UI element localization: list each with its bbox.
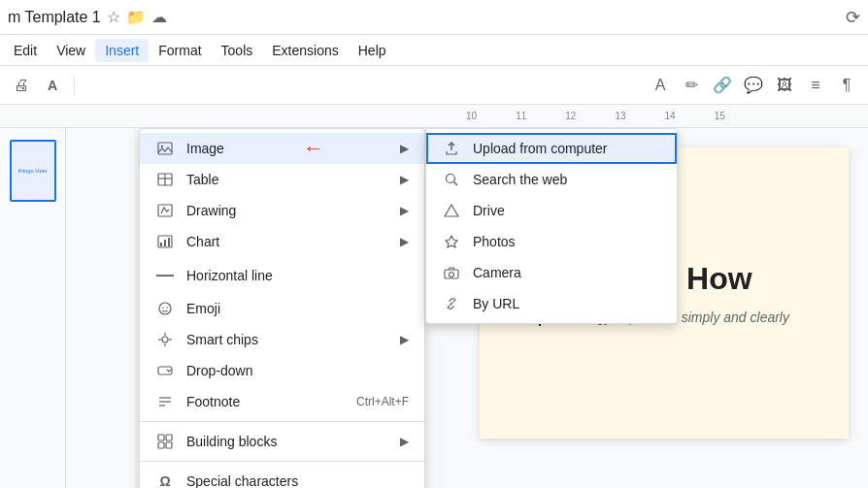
toolbar-right: A ✏ 🔗 💬 🖼 ≡ ¶ [647, 72, 860, 99]
toolbar-icon-6[interactable]: ≡ [802, 72, 829, 99]
ruler-mark-11: 11 [516, 111, 526, 121]
ruler: 10 11 12 13 14 15 [0, 105, 868, 128]
toolbar-icon-2[interactable]: ✏ [678, 72, 705, 99]
emoji-label: Emoji [186, 301, 409, 316]
toolbar-divider [74, 76, 75, 95]
web-label: Search the web [473, 172, 661, 187]
camera-label: Camera [473, 265, 661, 280]
url-label: By URL [473, 296, 661, 311]
toolbar-icon-3[interactable]: 🔗 [709, 72, 736, 99]
toolbar-icon-1[interactable]: A [647, 72, 674, 99]
menu-extensions[interactable]: Extensions [262, 39, 348, 62]
toolbar-icon-4[interactable]: 💬 [740, 72, 767, 99]
menu-row-image[interactable]: Image ▶ [140, 133, 424, 164]
svg-line-31 [451, 303, 453, 306]
image-arrow: ▶ [400, 142, 409, 155]
menu-row-buildingblocks[interactable]: Building blocks ▶ [140, 426, 424, 457]
menu-row-smartchips[interactable]: Smart chips ▶ [140, 324, 424, 355]
menu-row-drawing[interactable]: Drawing ▶ [140, 195, 424, 226]
submenu-row-web[interactable]: Search the web [426, 164, 677, 195]
menu-edit[interactable]: Edit [4, 39, 47, 62]
ruler-mark-10: 10 [466, 111, 477, 121]
doc-title-text: m Template 1 [8, 9, 101, 26]
submenu-row-camera[interactable]: Camera [426, 257, 677, 288]
emoji-icon [155, 301, 175, 316]
svg-rect-23 [166, 435, 172, 440]
folder-icon[interactable]: 📁 [126, 8, 146, 26]
menu-row-hline[interactable]: — Horizontal line [140, 257, 424, 293]
submenu-row-url[interactable]: By URL [426, 288, 677, 319]
drawing-arrow: ▶ [400, 204, 409, 217]
menu-tools[interactable]: Tools [212, 39, 263, 62]
ruler-mark-13: 13 [615, 111, 625, 121]
red-arrow-indicator: ← [303, 136, 324, 161]
drive-label: Drive [473, 203, 661, 218]
menu-row-emoji[interactable]: Emoji [140, 293, 424, 324]
menu-row-specialchars[interactable]: Ω Special characters [140, 466, 424, 488]
footnote-label: Footnote [186, 394, 356, 409]
buildingblocks-icon [155, 434, 175, 449]
chart-icon [155, 234, 175, 249]
toolbar-icon-5[interactable]: 🖼 [771, 72, 798, 99]
submenu-row-drive[interactable]: Drive [426, 195, 677, 226]
ruler-mark-15: 15 [715, 111, 725, 121]
menu-help[interactable]: Help [349, 39, 396, 62]
main-area: things How Things How Technology explain… [0, 128, 868, 488]
svg-point-12 [166, 307, 168, 309]
menu-view[interactable]: View [47, 39, 95, 62]
history-icon[interactable]: ⟳ [846, 7, 860, 28]
menu-insert[interactable]: Insert [95, 39, 149, 62]
toolbar: 🖨 A A ✏ 🔗 💬 🖼 ≡ ¶ [0, 66, 868, 105]
toolbar-icon-7[interactable]: ¶ [833, 72, 860, 99]
submenu-row-photos[interactable]: Photos [426, 226, 677, 257]
svg-rect-0 [158, 143, 172, 154]
sidebar: things How [0, 128, 66, 488]
svg-rect-7 [160, 243, 162, 246]
title-bar-icons: ☆ 📁 ☁ [107, 8, 167, 26]
cloud-icon[interactable]: ☁ [151, 8, 167, 26]
svg-point-10 [159, 303, 171, 314]
drawing-label: Drawing [186, 203, 396, 218]
hline-label: Horizontal line [186, 268, 409, 283]
svg-rect-24 [158, 442, 164, 448]
star-icon[interactable]: ☆ [107, 8, 120, 26]
table-label: Table [186, 172, 396, 187]
svg-rect-8 [164, 240, 166, 246]
table-icon [155, 172, 175, 187]
doc-area: Things How Technology explained, simply … [66, 128, 868, 488]
table-arrow: ▶ [400, 173, 409, 186]
buildingblocks-label: Building blocks [186, 434, 396, 449]
svg-rect-5 [158, 205, 172, 216]
font-btn[interactable]: A [39, 72, 66, 99]
url-icon [442, 296, 461, 311]
svg-rect-9 [168, 238, 170, 246]
svg-point-30 [450, 273, 454, 277]
menu-row-chart[interactable]: Chart ▶ [140, 226, 424, 257]
separator-2 [140, 461, 424, 462]
menu-row-table[interactable]: Table ▶ [140, 164, 424, 195]
footnote-shortcut: Ctrl+Alt+F [356, 395, 409, 408]
svg-rect-25 [166, 442, 172, 448]
svg-point-11 [162, 307, 164, 309]
svg-rect-22 [158, 435, 164, 440]
sidebar-thumbnail[interactable]: things How [10, 140, 56, 202]
menu-format[interactable]: Format [149, 39, 211, 62]
submenu-row-upload[interactable]: Upload from computer [426, 133, 677, 164]
ruler-mark-14: 14 [665, 111, 676, 121]
sidebar-thumb-label: things How [17, 166, 50, 176]
insert-dropdown: Image ▶ Table ▶ Drawing ▶ [139, 128, 425, 488]
smartchips-arrow: ▶ [400, 333, 409, 346]
svg-point-26 [447, 175, 455, 183]
image-submenu: Upload from computer Search the web Driv… [425, 128, 678, 324]
footnote-icon [155, 394, 175, 409]
dropdown-label: Drop-down [186, 363, 409, 378]
menu-row-dropdown[interactable]: Drop-down [140, 355, 424, 386]
photos-label: Photos [473, 234, 661, 249]
upload-icon [442, 141, 461, 156]
print-btn[interactable]: 🖨 [8, 72, 35, 99]
ruler-numbers: 10 11 12 13 14 15 [0, 105, 868, 127]
buildingblocks-arrow: ▶ [400, 435, 409, 448]
smartchips-label: Smart chips [186, 332, 396, 347]
menu-row-footnote[interactable]: Footnote Ctrl+Alt+F [140, 386, 424, 417]
drive-icon [442, 203, 461, 218]
